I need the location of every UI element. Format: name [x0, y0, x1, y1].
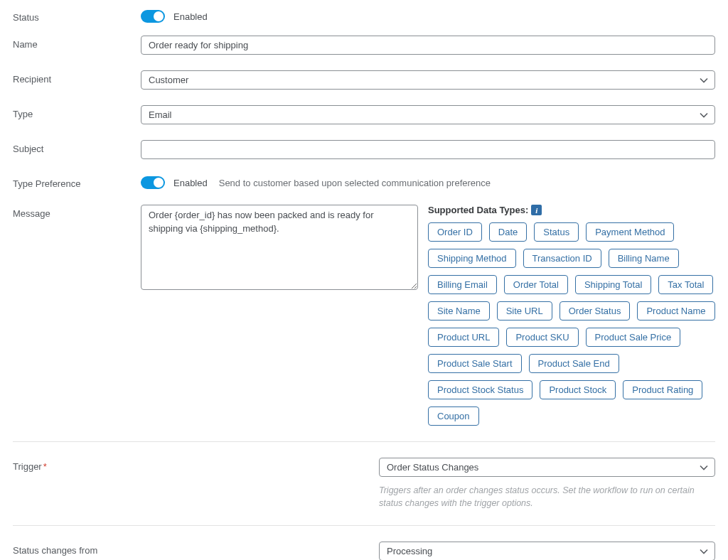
- message-label: Message: [13, 205, 141, 219]
- data-type-tag[interactable]: Payment Method: [586, 222, 674, 242]
- data-type-tag[interactable]: Date: [489, 222, 527, 242]
- trigger-label: Trigger*: [13, 458, 379, 510]
- data-type-tag[interactable]: Product Rating: [623, 380, 702, 399]
- data-type-tag[interactable]: Billing Email: [428, 275, 497, 294]
- info-icon[interactable]: i: [531, 205, 542, 215]
- recipient-select[interactable]: Customer: [141, 70, 715, 90]
- data-type-tag[interactable]: Billing Name: [609, 249, 679, 268]
- data-type-tag[interactable]: Product Stock: [540, 380, 616, 399]
- data-type-tag[interactable]: Product Stock Status: [428, 380, 532, 399]
- trigger-help: Triggers after an order changes status o…: [379, 484, 715, 510]
- status-from-label: Status changes from: [13, 542, 379, 560]
- data-type-tag[interactable]: Order Status: [560, 301, 631, 321]
- data-type-tag[interactable]: Site Name: [428, 301, 490, 321]
- message-textarea[interactable]: [141, 205, 418, 290]
- data-type-tag[interactable]: Product Name: [637, 301, 714, 321]
- status-toggle-text: Enabled: [173, 11, 208, 22]
- subject-label: Subject: [13, 140, 141, 154]
- data-type-tag[interactable]: Site URL: [497, 301, 552, 321]
- data-type-tag[interactable]: Order Total: [504, 275, 568, 294]
- data-type-tag[interactable]: Coupon: [428, 406, 479, 426]
- data-type-tag[interactable]: Product Sale Start: [428, 354, 522, 373]
- status-toggle[interactable]: [141, 10, 165, 23]
- type-pref-toggle-text: Enabled: [173, 178, 208, 188]
- status-label: Status: [13, 9, 141, 23]
- data-type-tag[interactable]: Product Sale End: [529, 354, 619, 373]
- type-label: Type: [13, 105, 141, 119]
- name-input[interactable]: [141, 36, 715, 55]
- name-label: Name: [13, 36, 141, 50]
- data-type-tag[interactable]: Product Sale Price: [586, 328, 681, 347]
- type-select[interactable]: Email: [141, 105, 715, 124]
- recipient-label: Recipient: [13, 70, 141, 85]
- type-pref-label: Type Preference: [13, 175, 141, 189]
- type-pref-help: Send to customer based upon selected com…: [219, 178, 491, 188]
- data-type-tag[interactable]: Order ID: [428, 222, 482, 242]
- data-type-tag[interactable]: Tax Total: [658, 275, 713, 294]
- data-type-tag[interactable]: Shipping Total: [575, 275, 651, 294]
- subject-input[interactable]: [141, 140, 715, 159]
- supported-data-types-title: Supported Data Types:: [428, 205, 528, 215]
- data-type-tag[interactable]: Product SKU: [506, 328, 578, 347]
- trigger-select[interactable]: Order Status Changes: [379, 458, 715, 477]
- data-type-tag[interactable]: Status: [534, 222, 579, 242]
- data-type-tags: Order IDDateStatusPayment MethodShipping…: [428, 222, 715, 426]
- data-type-tag[interactable]: Product URL: [428, 328, 499, 347]
- data-type-tag[interactable]: Shipping Method: [428, 249, 516, 268]
- type-pref-toggle[interactable]: [141, 176, 165, 189]
- data-type-tag[interactable]: Transaction ID: [523, 249, 601, 268]
- status-from-select[interactable]: Processing: [379, 542, 715, 560]
